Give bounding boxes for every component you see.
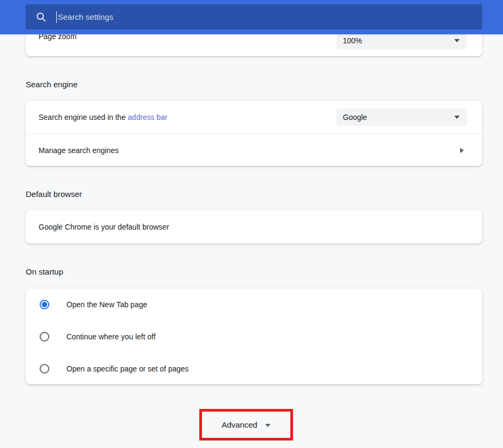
chevron-right-icon <box>460 148 464 153</box>
settings-search-field[interactable] <box>26 4 482 29</box>
search-engine-heading: Search engine <box>26 79 78 90</box>
chevron-down-icon <box>454 116 460 119</box>
chevron-down-icon <box>265 424 271 427</box>
default-browser-row: Google Chrome is your default browser <box>26 210 482 244</box>
radio-button[interactable] <box>40 364 49 374</box>
manage-search-engines-row[interactable]: Manage search engines <box>26 134 482 166</box>
radio-button[interactable] <box>40 300 49 309</box>
manage-search-engines-label: Manage search engines <box>39 146 118 155</box>
default-browser-card: Google Chrome is your default browser <box>26 210 482 244</box>
search-icon <box>35 11 47 22</box>
startup-option-label: Open a specific page or set of pages <box>66 365 189 373</box>
search-engine-card: Search engine used in the address bar Go… <box>26 101 482 166</box>
page-zoom-select[interactable]: 100% <box>336 32 467 49</box>
startup-option-label: Continue where you left off <box>66 332 155 341</box>
search-engine-select[interactable]: Google <box>336 109 467 126</box>
chrome-settings-page: Page zoom 100% Search engine Search engi… <box>0 0 503 448</box>
settings-search-header <box>0 0 503 34</box>
default-browser-heading: Default browser <box>26 189 82 200</box>
default-browser-status: Google Chrome is your default browser <box>39 223 169 231</box>
advanced-button[interactable]: Advanced <box>202 412 290 438</box>
row-label-text: Search engine used in the <box>39 113 128 122</box>
advanced-button-label: Advanced <box>222 420 258 429</box>
page-zoom-select-value: 100% <box>343 36 454 45</box>
search-engine-row-label: Search engine used in the address bar <box>39 113 168 122</box>
address-bar-link[interactable]: address bar <box>128 113 168 122</box>
startup-option-continue[interactable]: Continue where you left off <box>26 321 482 353</box>
radio-button[interactable] <box>40 332 49 341</box>
annotation-highlight-box: Advanced <box>199 409 293 441</box>
startup-option-specific-pages[interactable]: Open a specific page or set of pages <box>26 353 482 384</box>
search-engine-row: Search engine used in the address bar Go… <box>26 101 482 134</box>
search-engine-select-value: Google <box>343 113 454 122</box>
chevron-down-icon <box>454 39 460 42</box>
startup-option-new-tab[interactable]: Open the New Tab page <box>26 288 482 321</box>
search-input[interactable] <box>57 12 475 21</box>
on-startup-card: Open the New Tab page Continue where you… <box>26 288 482 384</box>
on-startup-heading: On startup <box>26 267 63 277</box>
startup-option-label: Open the New Tab page <box>66 300 147 309</box>
